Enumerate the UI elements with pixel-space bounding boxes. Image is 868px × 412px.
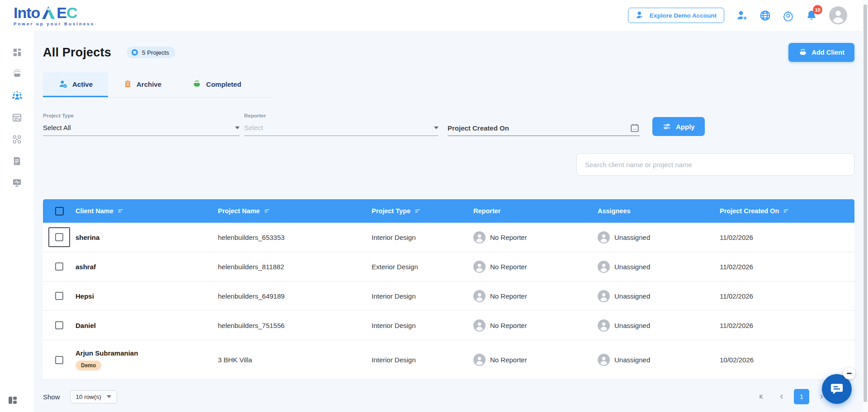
sidebar-item-activity[interactable] — [7, 172, 27, 193]
sidebar-item-dashboard[interactable] — [7, 42, 27, 63]
demo-badge: Demo — [75, 360, 101, 370]
column-header[interactable]: Assignees — [598, 207, 720, 215]
checkbox-focus-ring — [48, 227, 70, 247]
completed-handshake-icon — [192, 80, 202, 89]
created-on-filter-placeholder: Project Created On — [448, 124, 509, 132]
column-header[interactable]: Project Type — [372, 207, 473, 215]
sidebar-item-reports[interactable] — [7, 150, 27, 172]
clients-handshake-icon — [12, 69, 23, 80]
project-name: helenbuilders_811882 — [218, 263, 372, 271]
project-type: Exterior Design — [372, 263, 473, 271]
profile-avatar-button[interactable] — [829, 6, 847, 24]
globe-icon — [760, 10, 771, 21]
sort-icon — [264, 209, 270, 213]
project-name: 3 BHK Villa — [218, 356, 372, 364]
page-title: All Projects — [43, 46, 111, 60]
explore-demo-account-label: Explore Demo Account — [650, 12, 717, 19]
table-footer: Show 10 row(s) 1 — [43, 389, 854, 404]
calendar-icon — [630, 123, 640, 133]
tab-completed[interactable]: Completed — [177, 72, 257, 97]
row-checkbox[interactable] — [55, 233, 63, 241]
person-swap-icon — [636, 11, 646, 20]
team-network-icon — [12, 134, 22, 145]
column-header[interactable]: Client Name — [75, 207, 218, 215]
column-header[interactable]: Project Created On — [720, 207, 854, 215]
reporter-filter[interactable]: Reporter Select — [244, 113, 439, 136]
client-name: ashraf — [75, 263, 96, 271]
reporter-avatar-icon — [473, 231, 486, 243]
sliders-icon — [662, 122, 671, 131]
row-checkbox[interactable] — [55, 292, 63, 300]
language-button[interactable] — [760, 10, 771, 21]
created-on-filter[interactable]: Project Created On — [448, 123, 640, 136]
chat-minimize-button[interactable] — [843, 367, 855, 379]
project-type-filter-value: Select All — [43, 124, 71, 131]
row-checkbox[interactable] — [55, 321, 63, 329]
assignee-avatar-icon — [598, 261, 610, 273]
reporter-value: No Reporter — [490, 356, 527, 364]
chevron-left-icon — [778, 393, 786, 401]
sidebar-item-clients[interactable] — [7, 63, 27, 85]
explore-demo-account-button[interactable]: Explore Demo Account — [628, 8, 724, 23]
project-team-icon — [11, 90, 23, 102]
row-checkbox[interactable] — [55, 262, 63, 271]
column-header[interactable]: Reporter — [473, 207, 598, 215]
logo-text-e: E — [57, 4, 66, 21]
settings-button[interactable] — [783, 10, 794, 21]
project-name: helenbuilders_751556 — [218, 322, 372, 329]
chevron-down-icon — [107, 395, 111, 398]
assignees-value: Unassigned — [614, 263, 650, 271]
person-add-icon — [736, 10, 748, 21]
search-input[interactable] — [576, 153, 854, 176]
reporter-avatar-icon — [473, 319, 486, 332]
brand-logo[interactable]: Into EC Power up your Business — [14, 5, 94, 26]
sidebar-collapse-icon — [7, 395, 18, 406]
project-type-filter[interactable]: Project Type Select All — [43, 113, 240, 136]
table-row: sherinahelenbuilders_653353Interior Desi… — [43, 223, 854, 252]
gear-icon — [783, 10, 794, 21]
client-name: Hepsi — [75, 292, 94, 300]
first-page-icon — [757, 392, 766, 401]
chat-bubble-icon — [830, 383, 844, 395]
pagination-page-1[interactable]: 1 — [794, 389, 809, 404]
sidebar-item-teams[interactable] — [7, 128, 27, 150]
project-created-on: 11/02/2026 — [720, 234, 854, 241]
pagination-first-button[interactable] — [754, 389, 769, 404]
add-user-button[interactable] — [736, 10, 748, 21]
column-header[interactable]: Project Name — [218, 207, 372, 215]
apply-filters-button[interactable]: Apply — [652, 117, 705, 136]
page-scrollbar — [863, 0, 868, 412]
reporter-value: No Reporter — [490, 292, 527, 300]
tab-archive[interactable]: Archive — [108, 72, 177, 97]
sidebar-item-projects[interactable] — [7, 85, 27, 107]
sidebar-item-workspace[interactable] — [7, 107, 27, 128]
add-client-handshake-icon — [798, 48, 807, 56]
sidebar-collapse-button[interactable] — [7, 395, 18, 406]
table-row: Arjun SubramanianDemo3 BHK VillaInterior… — [43, 340, 854, 380]
project-type: Interior Design — [372, 356, 473, 364]
table-row: Danielhelenbuilders_751556Interior Desig… — [43, 311, 854, 340]
select-all-checkbox[interactable] — [55, 207, 64, 215]
project-created-on: 10/02/2026 — [720, 356, 854, 364]
row-checkbox[interactable] — [55, 356, 63, 364]
archive-trash-icon — [123, 80, 132, 89]
notifications-button[interactable]: 10 — [806, 9, 817, 21]
table-body: sherinahelenbuilders_653353Interior Desi… — [43, 223, 854, 380]
chevron-down-icon — [434, 126, 439, 129]
reporter-avatar-icon — [473, 290, 486, 302]
rows-per-page-select[interactable]: 10 row(s) — [70, 390, 117, 403]
reporter-value: No Reporter — [490, 322, 527, 329]
pagination-prev-button[interactable] — [774, 389, 789, 404]
reporter-avatar-icon — [473, 261, 486, 273]
client-name: sherina — [75, 234, 99, 241]
add-client-button[interactable]: Add Client — [788, 43, 855, 62]
active-user-icon — [58, 80, 68, 89]
tab-active-label: Active — [72, 80, 93, 88]
tab-active[interactable]: Active — [43, 72, 108, 97]
assignee-avatar-icon — [598, 319, 610, 332]
assignees-value: Unassigned — [614, 292, 650, 300]
projects-count-badge: 5 Projects — [127, 47, 175, 58]
rows-per-page-value: 10 row(s) — [76, 393, 101, 400]
scrollbar-thumb[interactable] — [863, 5, 867, 402]
logo-tagline: Power up your Business — [14, 22, 94, 26]
